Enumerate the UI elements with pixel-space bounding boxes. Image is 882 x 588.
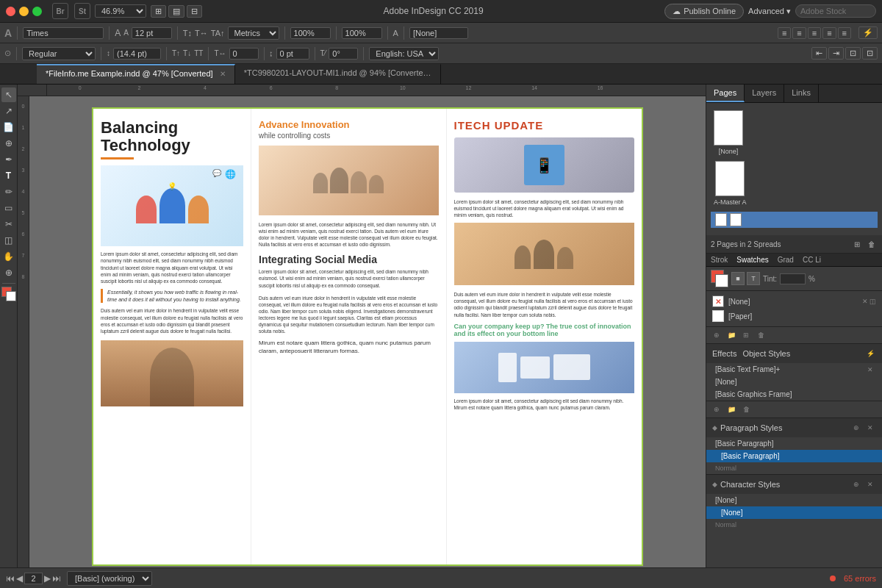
language-select[interactable]: English: USA: [369, 47, 439, 60]
indent-btn-4[interactable]: ⊡: [862, 47, 878, 60]
swatch-none-row[interactable]: ✕ [None] ✕ ◫: [709, 294, 879, 309]
basic-paragraph-sub-style[interactable]: [Basic Paragraph]: [706, 450, 882, 462]
last-page-btn[interactable]: ⏭: [52, 573, 61, 584]
print-profile-select[interactable]: [Basic] (working): [67, 571, 152, 586]
advanced-button[interactable]: Advanced ▾: [748, 7, 791, 16]
swatch-new-icon[interactable]: ⊕: [711, 329, 723, 341]
minimize-button[interactable]: [19, 7, 29, 16]
tracking-input[interactable]: [229, 48, 259, 60]
swatch-merge-icon[interactable]: ⊞: [740, 329, 752, 341]
swatch-folder-icon[interactable]: 📁: [725, 329, 737, 341]
maximize-button[interactable]: [32, 7, 42, 16]
indent-right-btn[interactable]: ⇥: [828, 47, 844, 60]
fill-stroke-indicator[interactable]: [1, 287, 16, 301]
view-btn-1[interactable]: ⊞: [151, 5, 166, 18]
page-thumb-img-master[interactable]: [715, 161, 745, 196]
leading-input[interactable]: [113, 48, 161, 60]
align-center-btn[interactable]: ≡: [792, 27, 806, 39]
tab-2-close[interactable]: ✕: [437, 69, 441, 77]
rectangle-tool[interactable]: ▭: [1, 201, 16, 215]
page-number-input[interactable]: [24, 573, 43, 584]
view-btn-3[interactable]: ⊟: [187, 5, 202, 18]
view-btn-2[interactable]: ▤: [168, 5, 184, 18]
font-family-input[interactable]: [23, 27, 104, 39]
para-delete-icon[interactable]: ✕: [864, 422, 876, 434]
tint-input[interactable]: [780, 273, 806, 284]
char-delete-icon[interactable]: ✕: [864, 478, 876, 490]
publish-online-button[interactable]: ☁ Publish Online: [664, 4, 744, 19]
char-add-icon[interactable]: ⊕: [850, 478, 862, 490]
solid-fill-btn[interactable]: ■: [731, 272, 745, 285]
character-styles-header[interactable]: ◆ Character Styles ⊕ ✕: [706, 475, 882, 494]
normal-char-style[interactable]: Normal: [706, 519, 882, 531]
eos-lightning-icon[interactable]: ⚡: [864, 348, 876, 359]
next-page-btn[interactable]: ▶: [44, 573, 51, 584]
align-force-justify-btn[interactable]: ≡: [838, 27, 851, 39]
lightning-btn[interactable]: ⚡: [858, 26, 878, 39]
align-justify-btn[interactable]: ≡: [822, 27, 836, 39]
basic-graphics-frame-style[interactable]: [Basic Graphics Frame]: [706, 388, 882, 401]
swatches-tab[interactable]: Swatches: [732, 254, 772, 266]
stock-icon[interactable]: St: [74, 3, 90, 19]
pen-tool[interactable]: ✒: [1, 152, 16, 167]
stroke-tab[interactable]: Strok: [706, 254, 732, 266]
horizontal-scale-input[interactable]: [290, 27, 331, 39]
skew-input[interactable]: [329, 48, 358, 60]
effects-tab[interactable]: Effects: [712, 349, 736, 358]
tab-1[interactable]: *FileInfo.me Example.indd @ 47% [Convert…: [37, 64, 235, 84]
gradient-tab[interactable]: Grad: [773, 254, 798, 266]
tab-pages[interactable]: Pages: [706, 85, 745, 102]
eos-delete-icon[interactable]: 🗑: [740, 404, 752, 415]
align-left-btn[interactable]: ≡: [778, 27, 791, 39]
none-object-style[interactable]: [None]: [706, 376, 882, 388]
eos-new-icon[interactable]: ⊕: [711, 404, 723, 415]
kerning-select[interactable]: Metrics Optical: [228, 26, 279, 40]
style-input[interactable]: [409, 27, 468, 39]
bridge-icon[interactable]: Br: [52, 3, 68, 19]
align-right-btn[interactable]: ≡: [808, 27, 821, 39]
direct-selection-tool[interactable]: ↗: [1, 104, 16, 118]
pencil-tool[interactable]: ✏: [1, 184, 16, 199]
eos-folder-icon[interactable]: 📁: [725, 404, 737, 415]
page-tool[interactable]: 📄: [1, 120, 16, 135]
swatch-paper-row[interactable]: [Paper]: [709, 309, 879, 323]
prev-page-btn[interactable]: ◀: [16, 573, 23, 584]
font-style-select[interactable]: Regular Bold Italic: [22, 47, 96, 60]
hand-tool[interactable]: ✋: [1, 249, 16, 264]
paragraph-styles-header[interactable]: ◆ Paragraph Styles ⊕ ✕: [706, 418, 882, 437]
none-char-style[interactable]: [None]: [706, 494, 882, 506]
stroke-color-swatch[interactable]: [715, 274, 728, 287]
document-canvas[interactable]: Balancing Technology: [29, 96, 706, 567]
adobe-stock-search[interactable]: [795, 4, 876, 18]
baseline-input[interactable]: [276, 48, 309, 60]
tab-1-close[interactable]: ✕: [220, 70, 226, 78]
gap-tool[interactable]: ⊕: [1, 136, 16, 151]
swatch-delete-icon[interactable]: 🗑: [755, 329, 767, 341]
basic-paragraph-style[interactable]: [Basic Paragraph]: [706, 437, 882, 450]
close-button[interactable]: [6, 7, 15, 16]
tab-2[interactable]: *TC9980201-LAYOUT-MI1.indd @ 94% [Conver…: [235, 64, 441, 84]
selection-tool[interactable]: ↖: [1, 87, 16, 102]
cc-libraries-tab[interactable]: CC Li: [798, 254, 825, 266]
zoom-tool[interactable]: ⊕: [1, 265, 16, 280]
normal-para-style[interactable]: Normal: [706, 462, 882, 474]
indent-left-btn[interactable]: ⇤: [811, 47, 827, 60]
tab-layers[interactable]: Layers: [745, 85, 784, 102]
text-fill-btn[interactable]: T: [747, 272, 760, 285]
type-tool[interactable]: T: [1, 168, 16, 183]
pages-add-icon[interactable]: ⊞: [851, 238, 863, 250]
none-char-sub-style[interactable]: [None]: [706, 506, 882, 519]
fill-stroke-selector[interactable]: [711, 270, 728, 287]
para-add-icon[interactable]: ⊕: [850, 422, 862, 434]
pages-delete-icon[interactable]: 🗑: [866, 238, 878, 250]
first-page-btn[interactable]: ⏮: [6, 573, 15, 584]
vertical-scale-input[interactable]: [342, 27, 382, 39]
font-size-input[interactable]: [132, 27, 172, 39]
object-styles-tab[interactable]: Object Styles: [742, 349, 790, 358]
gradient-tool[interactable]: ◫: [1, 233, 16, 248]
tab-links[interactable]: Links: [784, 85, 819, 102]
basic-text-frame-style[interactable]: [Basic Text Frame]+ ✕: [706, 363, 882, 376]
zoom-select[interactable]: 46.9% 100% 50%: [95, 4, 146, 18]
scissors-tool[interactable]: ✂: [1, 217, 16, 232]
page-thumb-img-none[interactable]: [714, 110, 743, 146]
